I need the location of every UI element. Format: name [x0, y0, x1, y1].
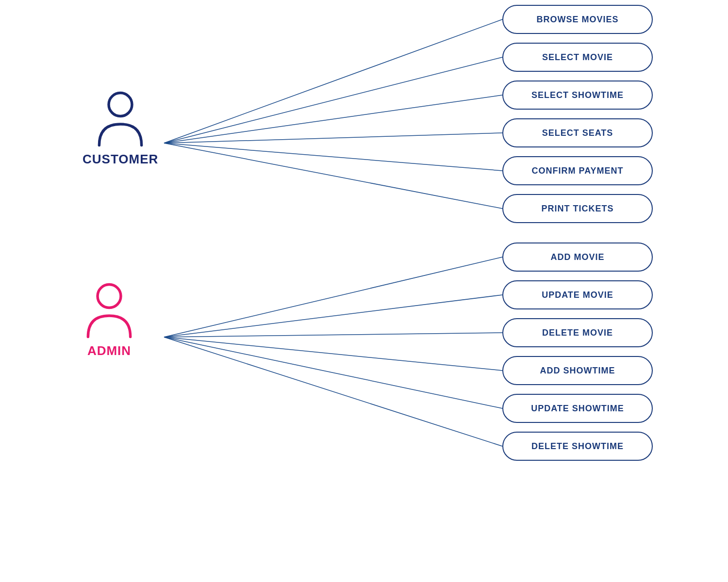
svg-line-10: [164, 337, 502, 408]
svg-line-9: [164, 337, 502, 371]
usecase-select-showtime[interactable]: SELECT SHOWTIME: [502, 81, 653, 110]
svg-line-4: [164, 143, 502, 171]
usecase-update-showtime[interactable]: UPDATE SHOWTIME: [502, 394, 653, 423]
svg-line-0: [164, 19, 502, 143]
svg-line-3: [164, 133, 502, 143]
svg-line-8: [164, 333, 502, 337]
svg-point-13: [98, 285, 121, 308]
customer-label: CUSTOMER: [83, 152, 158, 167]
usecase-delete-movie[interactable]: DELETE MOVIE: [502, 318, 653, 347]
usecase-select-movie[interactable]: SELECT MOVIE: [502, 43, 653, 72]
usecase-add-showtime[interactable]: ADD SHOWTIME: [502, 356, 653, 385]
admin-label: ADMIN: [87, 343, 131, 358]
usecase-update-movie[interactable]: UPDATE MOVIE: [502, 280, 653, 309]
usecase-select-seats[interactable]: SELECT SEATS: [502, 118, 653, 147]
admin-icon: [83, 281, 136, 340]
usecase-confirm-payment[interactable]: CONFIRM PAYMENT: [502, 156, 653, 185]
svg-line-1: [164, 57, 502, 143]
svg-line-2: [164, 95, 502, 143]
svg-line-6: [164, 257, 502, 337]
customer-icon: [94, 90, 147, 148]
svg-line-7: [164, 295, 502, 337]
customer-actor: CUSTOMER: [83, 90, 158, 167]
usecase-delete-showtime[interactable]: DELETE SHOWTIME: [502, 432, 653, 461]
svg-line-11: [164, 337, 502, 446]
use-case-diagram: CUSTOMER ADMIN BROWSE MOVIES SELECT MOVI…: [0, 0, 728, 582]
usecase-browse-movies[interactable]: BROWSE MOVIES: [502, 5, 653, 34]
usecase-print-tickets[interactable]: PRINT TICKETS: [502, 194, 653, 223]
svg-point-12: [109, 93, 132, 116]
admin-actor: ADMIN: [83, 281, 136, 358]
svg-line-5: [164, 143, 502, 209]
usecase-add-movie[interactable]: ADD MOVIE: [502, 242, 653, 272]
